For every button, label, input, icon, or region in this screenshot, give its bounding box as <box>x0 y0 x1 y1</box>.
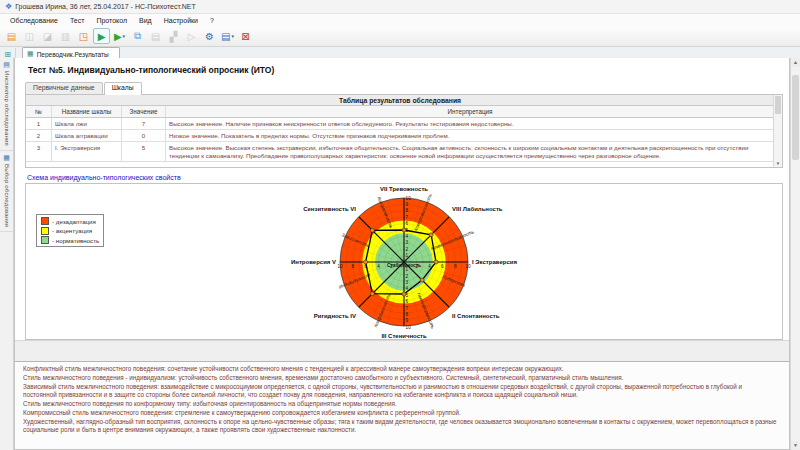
legend-color-swatch <box>41 217 49 225</box>
svg-text:10: 10 <box>465 264 471 269</box>
menu-item[interactable]: Протокол <box>90 16 133 25</box>
legend-item: - нормативность <box>41 236 99 244</box>
svg-text:2: 2 <box>406 246 409 251</box>
column-header: Интерпретация <box>166 106 774 117</box>
table-cell: 1 <box>26 118 52 129</box>
svg-text:2: 2 <box>406 273 409 278</box>
side-panel-strip: ▤Инспектор обследования▦Выбор обследован… <box>0 58 14 450</box>
scrollbar-track[interactable] <box>791 67 800 441</box>
app-icon: ❖ <box>5 3 12 11</box>
close-session-button[interactable]: ⊠ <box>237 28 254 44</box>
menu-item[interactable]: Настройки <box>158 16 204 25</box>
svg-text:9: 9 <box>406 202 409 207</box>
new-examination-icon: ▤ <box>7 31 16 42</box>
svg-text:VIII Лабильность: VIII Лабильность <box>452 205 503 211</box>
start-examination-button[interactable]: ▶ <box>93 28 110 44</box>
column-header: № <box>26 106 52 117</box>
continue-test-icon: ▷ <box>188 31 196 42</box>
settings-button[interactable]: ⚙ <box>201 28 218 44</box>
legend-label: - нормативность <box>52 237 99 244</box>
menu-item[interactable]: Обследование <box>4 16 64 25</box>
svg-text:8: 8 <box>406 312 409 317</box>
dropdown-arrow-icon[interactable]: ▾ <box>123 33 126 39</box>
table-scroll-down-icon[interactable]: ▼ <box>774 161 782 167</box>
app-window: { "window": { "title": "Грошева Ирина, 3… <box>0 0 800 450</box>
svg-text:8: 8 <box>352 264 355 269</box>
table-scrollbar-thumb[interactable] <box>775 96 781 114</box>
workspace: ▤Инспектор обследования▦Выбор обследован… <box>0 58 800 450</box>
export-button[interactable]: ◳ <box>75 28 92 44</box>
svg-text:8: 8 <box>406 208 409 213</box>
scroll-down-icon[interactable]: ▼ <box>791 441 800 450</box>
settings-icon: ⚙ <box>205 31 214 42</box>
legend-color-swatch <box>41 236 49 244</box>
interpretation-paragraph: Компромиссный стиль межличностного повед… <box>23 409 777 417</box>
table-cell: Высокое значение. Высокая степень экстра… <box>166 142 774 161</box>
svg-text:10: 10 <box>406 324 412 329</box>
remote-monitor-icon: ⧉ <box>134 30 141 42</box>
table-row[interactable]: 1Шкала лжи7Высокое значение. Наличие при… <box>26 118 774 130</box>
table-cell: Шкала лжи <box>52 118 122 129</box>
svg-text:3: 3 <box>406 280 409 285</box>
svg-text:6: 6 <box>441 264 444 269</box>
table-cell: 0 <box>122 130 166 141</box>
table-cell: Низкое значение. Показатель в пределах н… <box>166 130 774 141</box>
interpretation-paragraph: Художественный, наглядно-образный тип во… <box>23 418 777 434</box>
print-button: ▥ <box>57 28 74 44</box>
svg-text:4: 4 <box>406 234 409 239</box>
main-vertical-scrollbar[interactable]: ▲ ▼ <box>790 58 800 450</box>
table-row[interactable]: 3I. Экстраверсия5Высокое значение. Высок… <box>26 142 774 162</box>
legend-label: - дезадаптация <box>52 218 96 225</box>
save-icon: ◫ <box>25 31 34 42</box>
export-icon: ◳ <box>79 31 88 42</box>
table-scrollbar[interactable]: ▼ <box>773 95 782 167</box>
results-table: Таблица результатов обследования №Назван… <box>26 95 774 162</box>
scrollbar-thumb[interactable] <box>792 75 799 160</box>
svg-text:6: 6 <box>406 299 409 304</box>
scroll-up-icon[interactable]: ▲ <box>791 58 800 67</box>
tab-raw-data[interactable]: Первичные данные <box>25 82 103 94</box>
window-title: Грошева Ирина, 36 лет, 25.04.2017 - НС-П… <box>15 3 196 10</box>
protocol-button: ▞ <box>165 28 182 44</box>
table-cell: 7 <box>122 118 166 129</box>
interpretation-block: Конфликтный стиль межличностного поведен… <box>15 361 789 449</box>
new-examination-button[interactable]: ▤ <box>3 28 20 44</box>
menu-item[interactable]: ? <box>204 16 220 25</box>
interpretation-paragraph: Конфликтный стиль межличностного поведен… <box>23 365 777 373</box>
side-tab-0[interactable]: ▤Инспектор обследования <box>0 58 13 151</box>
svg-text:Интроверсия V: Интроверсия V <box>291 259 336 265</box>
column-header: Название шкалы <box>52 106 122 117</box>
print-icon: ▥ <box>61 31 70 42</box>
svg-text:VII Тревожность: VII Тревожность <box>380 186 428 192</box>
run-test-button[interactable]: ▶▾ <box>111 28 128 44</box>
legend-item: - акцентуация <box>41 227 99 235</box>
svg-text:4: 4 <box>377 264 380 269</box>
tab-scales[interactable]: Шкалы <box>104 82 142 95</box>
save-button: ◫ <box>21 28 38 44</box>
table-cell: Шкала аггравации <box>52 130 122 141</box>
svg-text:9: 9 <box>406 318 409 323</box>
chart-title: Схема индивидуально-типологических свойс… <box>27 174 789 181</box>
remote-monitor-button[interactable]: ⧉ <box>129 28 146 44</box>
legend-label: - акцентуация <box>52 227 92 234</box>
side-tab-label: Инспектор обследования <box>4 71 10 146</box>
interpretation-paragraph: Зависимый стиль межличностного поведения… <box>23 383 777 399</box>
start-examination-icon: ▶ <box>98 31 106 42</box>
svg-text:II Спонтанность: II Спонтанность <box>452 313 500 319</box>
svg-text:I Экстраверсия: I Экстраверсия <box>472 259 517 265</box>
open-icon: ◪ <box>43 31 52 42</box>
dropdown-arrow-icon[interactable]: ▾ <box>231 33 234 39</box>
test-title: Тест №5. Индивидуально-типологический оп… <box>15 58 789 81</box>
legend-color-swatch <box>41 227 49 235</box>
splitter[interactable] <box>15 340 789 361</box>
result-tabs: Первичные данныеШкалы <box>25 81 783 95</box>
menu-item[interactable]: Вид <box>133 16 158 25</box>
menu-item[interactable]: Тест <box>64 16 90 25</box>
table-header-row: №Название шкалыЗначениеИнтерпретация <box>26 106 774 118</box>
chart-box: - дезадаптация- акцентуация- нормативнос… <box>25 183 783 340</box>
table-row[interactable]: 2Шкала аггравации0Низкое значение. Показ… <box>26 130 774 142</box>
side-tab-1[interactable]: ▦Выбор обследования <box>0 151 13 232</box>
report-button[interactable]: ▤▾ <box>219 28 236 44</box>
svg-text:7: 7 <box>406 214 409 219</box>
grid-icon: ▦ <box>27 50 34 58</box>
